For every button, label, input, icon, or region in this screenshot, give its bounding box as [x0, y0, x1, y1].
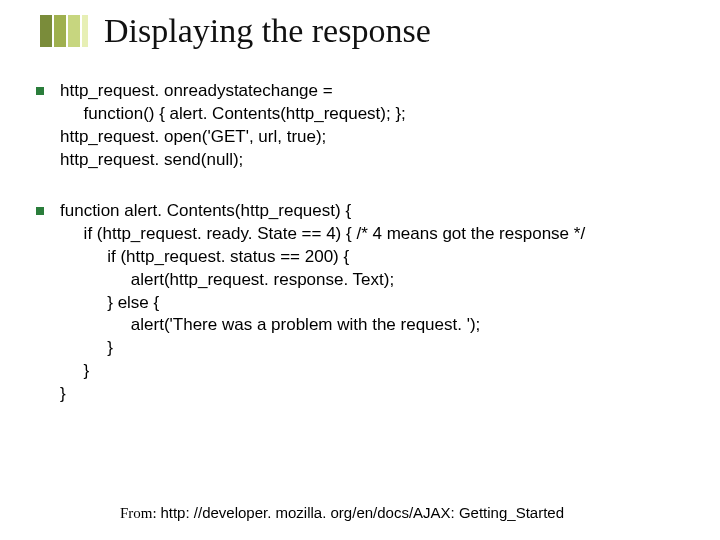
slide-body: http_request. onreadystatechange = funct… — [0, 50, 720, 406]
accent-bars-icon — [40, 15, 88, 47]
code-block-2: function alert. Contents(http_request) {… — [60, 200, 696, 406]
footer-label: From: — [120, 505, 160, 521]
footer-url: http: //developer. mozilla. org/en/docs/… — [160, 504, 564, 521]
bullet-block-1: http_request. onreadystatechange = funct… — [36, 80, 696, 172]
code-block-1: http_request. onreadystatechange = funct… — [60, 80, 696, 172]
slide-title: Displaying the response — [104, 12, 431, 50]
bullet-icon — [36, 207, 44, 215]
title-row: Displaying the response — [0, 0, 720, 50]
footer: From: http: //developer. mozilla. org/en… — [120, 504, 700, 522]
bullet-icon — [36, 87, 44, 95]
bullet-block-2: function alert. Contents(http_request) {… — [36, 200, 696, 406]
slide: Displaying the response http_request. on… — [0, 0, 720, 540]
